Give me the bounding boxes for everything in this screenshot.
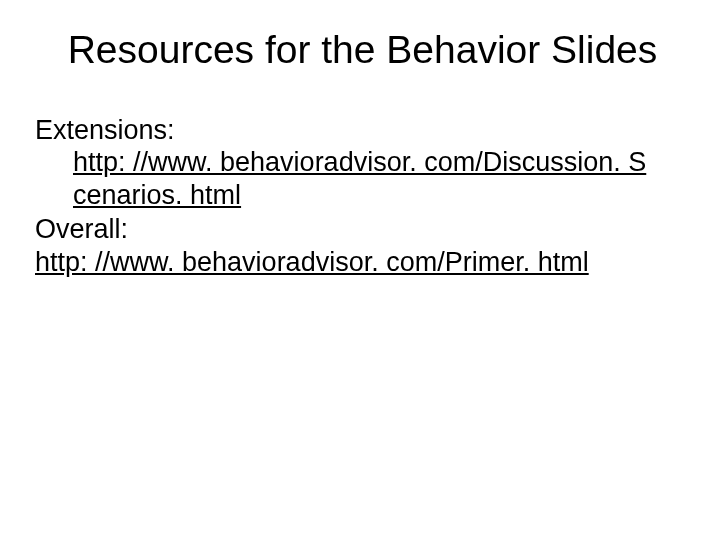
extensions-link-line1: http: //www. behavioradvisor. com/Discus…	[35, 146, 690, 178]
slide-title: Resources for the Behavior Slides	[35, 28, 690, 72]
overall-link-text: http: //www. behavioradvisor. com/Primer…	[35, 247, 589, 277]
extensions-link-line2: cenarios. html	[35, 179, 690, 211]
overall-link[interactable]: http: //www. behavioradvisor. com/Primer…	[35, 246, 690, 278]
overall-block: Overall: http: //www. behavioradvisor. c…	[35, 213, 690, 278]
extensions-link[interactable]: http: //www. behavioradvisor. com/Discus…	[35, 146, 690, 211]
slide-body: Extensions: http: //www. behavioradvisor…	[35, 114, 690, 278]
overall-label: Overall:	[35, 213, 690, 245]
slide: Resources for the Behavior Slides Extens…	[0, 0, 720, 540]
extensions-block: Extensions: http: //www. behavioradvisor…	[35, 114, 690, 211]
extensions-label: Extensions:	[35, 114, 690, 146]
